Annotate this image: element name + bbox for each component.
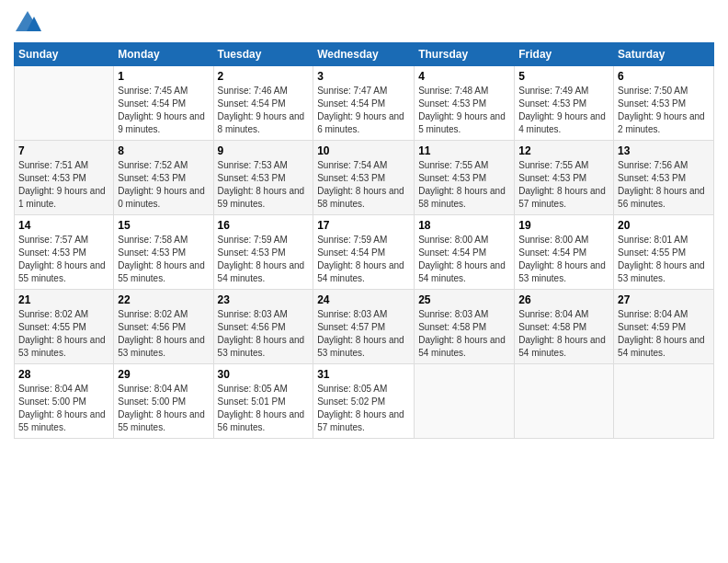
day-info: Sunrise: 7:59 AMSunset: 4:54 PMDaylight:… <box>317 234 410 285</box>
day-number: 11 <box>418 144 510 157</box>
day-number: 6 <box>618 70 710 83</box>
day-info: Sunrise: 7:50 AMSunset: 4:53 PMDaylight:… <box>618 85 710 136</box>
calendar-cell: 15Sunrise: 7:58 AMSunset: 4:53 PMDayligh… <box>114 215 213 290</box>
calendar-cell <box>15 66 114 141</box>
calendar-cell: 18Sunrise: 8:00 AMSunset: 4:54 PMDayligh… <box>415 215 515 290</box>
week-row-0: 1Sunrise: 7:45 AMSunset: 4:54 PMDaylight… <box>15 66 714 141</box>
day-info: Sunrise: 8:05 AMSunset: 5:02 PMDaylight:… <box>317 383 410 434</box>
day-header-wednesday: Wednesday <box>313 43 415 66</box>
day-info: Sunrise: 7:59 AMSunset: 4:53 PMDaylight:… <box>218 234 310 285</box>
day-info: Sunrise: 7:58 AMSunset: 4:53 PMDaylight:… <box>118 234 209 285</box>
day-info: Sunrise: 7:52 AMSunset: 4:53 PMDaylight:… <box>118 159 209 211</box>
day-number: 16 <box>218 219 310 232</box>
calendar-cell <box>614 364 714 439</box>
week-row-2: 14Sunrise: 7:57 AMSunset: 4:53 PMDayligh… <box>15 215 714 290</box>
day-number: 8 <box>118 144 209 157</box>
day-number: 3 <box>317 70 410 83</box>
week-row-3: 21Sunrise: 8:02 AMSunset: 4:55 PMDayligh… <box>15 290 714 364</box>
calendar-cell: 26Sunrise: 8:04 AMSunset: 4:58 PMDayligh… <box>515 290 614 364</box>
calendar-cell: 28Sunrise: 8:04 AMSunset: 5:00 PMDayligh… <box>15 364 114 439</box>
day-info: Sunrise: 7:47 AMSunset: 4:54 PMDaylight:… <box>317 85 410 136</box>
calendar-cell: 4Sunrise: 7:48 AMSunset: 4:53 PMDaylight… <box>415 66 515 141</box>
day-info: Sunrise: 8:05 AMSunset: 5:01 PMDaylight:… <box>218 383 310 434</box>
day-number: 18 <box>418 219 510 232</box>
week-row-1: 7Sunrise: 7:51 AMSunset: 4:53 PMDaylight… <box>15 141 714 215</box>
day-info: Sunrise: 7:48 AMSunset: 4:53 PMDaylight:… <box>418 85 510 136</box>
day-info: Sunrise: 8:04 AMSunset: 4:59 PMDaylight:… <box>618 308 710 360</box>
day-info: Sunrise: 8:00 AMSunset: 4:54 PMDaylight:… <box>518 234 609 285</box>
day-info: Sunrise: 8:03 AMSunset: 4:57 PMDaylight:… <box>317 308 410 360</box>
calendar-cell: 17Sunrise: 7:59 AMSunset: 4:54 PMDayligh… <box>313 215 415 290</box>
calendar-cell: 27Sunrise: 8:04 AMSunset: 4:59 PMDayligh… <box>614 290 714 364</box>
day-number: 31 <box>317 368 410 381</box>
calendar-cell: 9Sunrise: 7:53 AMSunset: 4:53 PMDaylight… <box>213 141 313 215</box>
day-number: 4 <box>418 70 510 83</box>
calendar-page: SundayMondayTuesdayWednesdayThursdayFrid… <box>0 0 728 563</box>
day-info: Sunrise: 7:56 AMSunset: 4:53 PMDaylight:… <box>618 159 710 211</box>
calendar-cell: 30Sunrise: 8:05 AMSunset: 5:01 PMDayligh… <box>213 364 313 439</box>
calendar-cell: 12Sunrise: 7:55 AMSunset: 4:53 PMDayligh… <box>515 141 614 215</box>
day-info: Sunrise: 8:02 AMSunset: 4:56 PMDaylight:… <box>118 308 209 360</box>
week-row-4: 28Sunrise: 8:04 AMSunset: 5:00 PMDayligh… <box>15 364 714 439</box>
day-number: 7 <box>18 144 109 157</box>
header <box>14 9 714 35</box>
calendar-cell: 22Sunrise: 8:02 AMSunset: 4:56 PMDayligh… <box>114 290 213 364</box>
day-number: 21 <box>18 293 109 306</box>
calendar-cell: 8Sunrise: 7:52 AMSunset: 4:53 PMDaylight… <box>114 141 213 215</box>
day-info: Sunrise: 7:55 AMSunset: 4:53 PMDaylight:… <box>418 159 510 211</box>
calendar-cell: 13Sunrise: 7:56 AMSunset: 4:53 PMDayligh… <box>614 141 714 215</box>
day-header-monday: Monday <box>114 43 213 66</box>
day-info: Sunrise: 7:51 AMSunset: 4:53 PMDaylight:… <box>18 159 109 211</box>
calendar-cell: 3Sunrise: 7:47 AMSunset: 4:54 PMDaylight… <box>313 66 415 141</box>
day-number: 13 <box>618 144 710 157</box>
day-number: 9 <box>218 144 310 157</box>
calendar-cell: 19Sunrise: 8:00 AMSunset: 4:54 PMDayligh… <box>515 215 614 290</box>
day-info: Sunrise: 8:01 AMSunset: 4:55 PMDaylight:… <box>618 234 710 285</box>
calendar-cell <box>515 364 614 439</box>
day-info: Sunrise: 8:02 AMSunset: 4:55 PMDaylight:… <box>18 308 109 360</box>
day-number: 10 <box>317 144 410 157</box>
day-number: 22 <box>118 293 209 306</box>
calendar-cell: 2Sunrise: 7:46 AMSunset: 4:54 PMDaylight… <box>213 66 313 141</box>
day-info: Sunrise: 7:53 AMSunset: 4:53 PMDaylight:… <box>218 159 310 211</box>
day-number: 12 <box>518 144 609 157</box>
day-info: Sunrise: 7:45 AMSunset: 4:54 PMDaylight:… <box>118 85 209 136</box>
day-number: 24 <box>317 293 410 306</box>
day-number: 27 <box>618 293 710 306</box>
calendar-cell: 29Sunrise: 8:04 AMSunset: 5:00 PMDayligh… <box>114 364 213 439</box>
day-header-saturday: Saturday <box>614 43 714 66</box>
calendar-cell: 25Sunrise: 8:03 AMSunset: 4:58 PMDayligh… <box>415 290 515 364</box>
logo-icon <box>14 9 41 35</box>
day-info: Sunrise: 8:00 AMSunset: 4:54 PMDaylight:… <box>418 234 510 285</box>
day-info: Sunrise: 8:03 AMSunset: 4:58 PMDaylight:… <box>418 308 510 360</box>
day-info: Sunrise: 8:04 AMSunset: 5:00 PMDaylight:… <box>18 383 109 434</box>
day-number: 23 <box>218 293 310 306</box>
day-number: 19 <box>518 219 609 232</box>
logo <box>14 9 45 35</box>
calendar-table: SundayMondayTuesdayWednesdayThursdayFrid… <box>14 42 714 439</box>
day-number: 17 <box>317 219 410 232</box>
day-number: 5 <box>518 70 609 83</box>
calendar-cell: 1Sunrise: 7:45 AMSunset: 4:54 PMDaylight… <box>114 66 213 141</box>
day-number: 20 <box>618 219 710 232</box>
calendar-cell: 23Sunrise: 8:03 AMSunset: 4:56 PMDayligh… <box>213 290 313 364</box>
day-number: 14 <box>18 219 109 232</box>
day-header-tuesday: Tuesday <box>213 43 313 66</box>
calendar-cell: 10Sunrise: 7:54 AMSunset: 4:53 PMDayligh… <box>313 141 415 215</box>
day-info: Sunrise: 8:03 AMSunset: 4:56 PMDaylight:… <box>218 308 310 360</box>
calendar-cell: 16Sunrise: 7:59 AMSunset: 4:53 PMDayligh… <box>213 215 313 290</box>
day-number: 1 <box>118 70 209 83</box>
day-number: 15 <box>118 219 209 232</box>
day-header-sunday: Sunday <box>15 43 114 66</box>
day-header-thursday: Thursday <box>415 43 515 66</box>
day-number: 30 <box>218 368 310 381</box>
day-info: Sunrise: 7:49 AMSunset: 4:53 PMDaylight:… <box>518 85 609 136</box>
calendar-cell <box>415 364 515 439</box>
day-info: Sunrise: 8:04 AMSunset: 5:00 PMDaylight:… <box>118 383 209 434</box>
calendar-cell: 24Sunrise: 8:03 AMSunset: 4:57 PMDayligh… <box>313 290 415 364</box>
day-number: 26 <box>518 293 609 306</box>
calendar-cell: 6Sunrise: 7:50 AMSunset: 4:53 PMDaylight… <box>614 66 714 141</box>
day-info: Sunrise: 7:54 AMSunset: 4:53 PMDaylight:… <box>317 159 410 211</box>
day-info: Sunrise: 7:46 AMSunset: 4:54 PMDaylight:… <box>218 85 310 136</box>
calendar-cell: 31Sunrise: 8:05 AMSunset: 5:02 PMDayligh… <box>313 364 415 439</box>
